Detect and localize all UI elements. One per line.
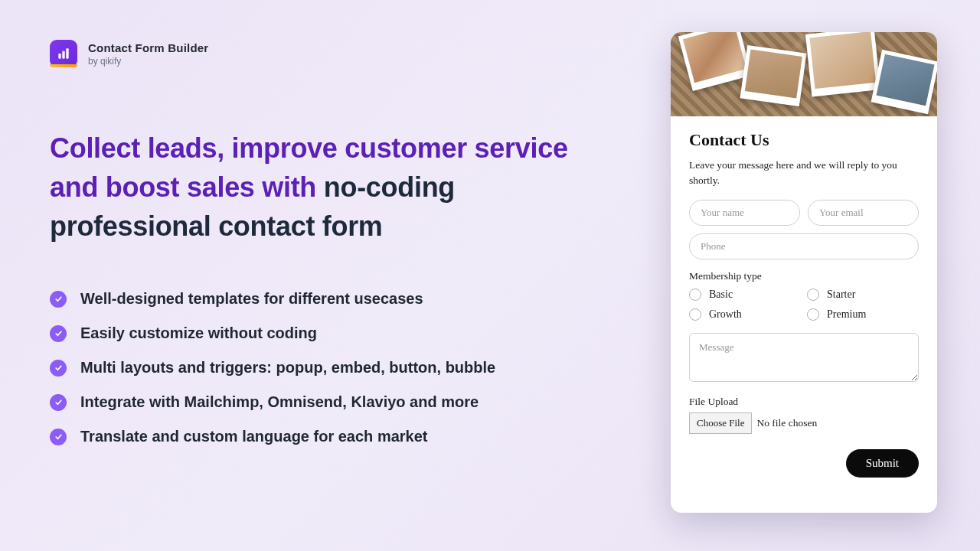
form-hero-image bbox=[671, 32, 937, 116]
choose-file-button[interactable]: Choose File bbox=[689, 412, 752, 434]
name-input[interactable] bbox=[689, 200, 800, 226]
submit-button[interactable]: Submit bbox=[846, 449, 919, 478]
feature-item: Well-designed templates for different us… bbox=[50, 290, 643, 308]
brand-title: Contact Form Builder bbox=[88, 41, 208, 54]
form-title: Contact Us bbox=[689, 130, 919, 150]
feature-item: Translate and custom language for each m… bbox=[50, 428, 643, 445]
check-icon bbox=[50, 360, 67, 377]
email-input[interactable] bbox=[808, 200, 919, 226]
brand-logo-icon bbox=[50, 40, 77, 67]
feature-text: Multi layouts and triggers: popup, embed… bbox=[80, 359, 495, 377]
file-status: No file chosen bbox=[756, 417, 817, 429]
membership-options: Basic Starter Growth Premium bbox=[689, 289, 919, 321]
headline-accent: Collect leads, improve customer service … bbox=[50, 132, 568, 203]
radio-icon bbox=[689, 289, 701, 301]
membership-option-premium[interactable]: Premium bbox=[807, 308, 919, 321]
radio-label: Starter bbox=[827, 289, 855, 301]
feature-text: Well-designed templates for different us… bbox=[80, 290, 423, 308]
check-icon bbox=[50, 325, 67, 342]
feature-item: Multi layouts and triggers: popup, embed… bbox=[50, 359, 643, 377]
radio-label: Premium bbox=[827, 308, 866, 321]
radio-label: Growth bbox=[709, 308, 742, 321]
brand-block: Contact Form Builder by qikify bbox=[50, 40, 643, 67]
radio-icon bbox=[807, 308, 819, 321]
svg-rect-1 bbox=[62, 51, 64, 59]
radio-icon bbox=[807, 289, 819, 301]
brand-subtitle: by qikify bbox=[88, 56, 208, 67]
svg-rect-0 bbox=[58, 54, 60, 59]
membership-option-basic[interactable]: Basic bbox=[689, 289, 801, 301]
phone-input[interactable] bbox=[689, 233, 919, 259]
feature-list: Well-designed templates for different us… bbox=[50, 290, 643, 445]
membership-option-growth[interactable]: Growth bbox=[689, 308, 801, 321]
radio-icon bbox=[689, 308, 701, 321]
svg-rect-2 bbox=[66, 48, 68, 58]
feature-text: Translate and custom language for each m… bbox=[80, 428, 427, 445]
feature-item: Easily customize without coding bbox=[50, 324, 643, 342]
form-description: Leave your message here and we will repl… bbox=[689, 158, 919, 189]
contact-form-card: Contact Us Leave your message here and w… bbox=[671, 32, 937, 513]
file-upload-label: File Upload bbox=[689, 396, 919, 408]
radio-label: Basic bbox=[709, 289, 733, 301]
membership-label: Membership type bbox=[689, 270, 919, 282]
check-icon bbox=[50, 429, 67, 445]
message-textarea[interactable] bbox=[689, 333, 919, 382]
feature-item: Integrate with Mailchimp, Omnisend, Klav… bbox=[50, 393, 643, 411]
check-icon bbox=[50, 394, 67, 411]
feature-text: Easily customize without coding bbox=[80, 324, 317, 342]
feature-text: Integrate with Mailchimp, Omnisend, Klav… bbox=[80, 393, 479, 411]
page-headline: Collect leads, improve customer service … bbox=[50, 129, 616, 246]
membership-option-starter[interactable]: Starter bbox=[807, 289, 919, 301]
check-icon bbox=[50, 291, 67, 308]
